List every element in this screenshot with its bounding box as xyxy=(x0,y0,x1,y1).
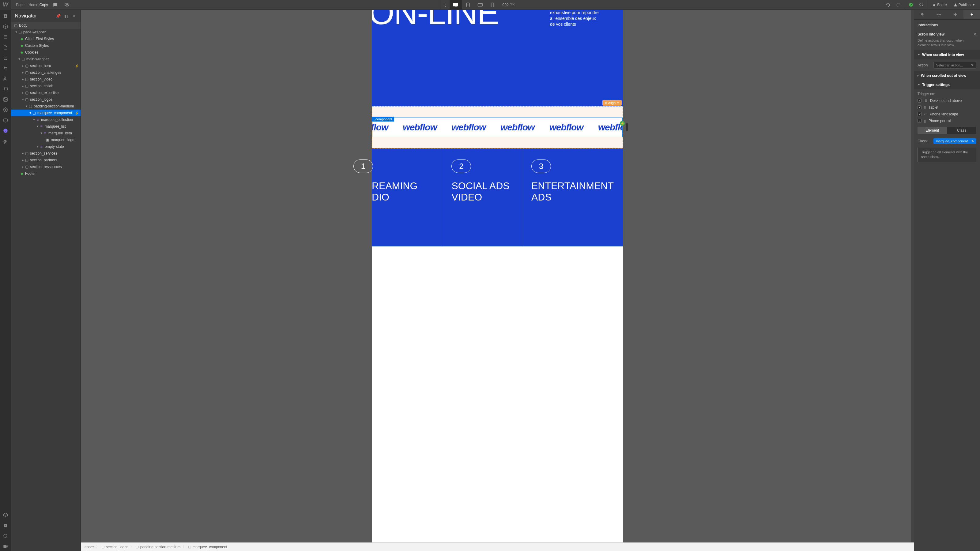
tree-item[interactable]: ◆Footer xyxy=(11,170,81,177)
publish-button[interactable]: Publish ▼ xyxy=(951,2,978,8)
dock-icon[interactable]: ◧ xyxy=(64,14,69,18)
when-scrolled-in-header[interactable]: ▼When scrolled into view xyxy=(914,50,980,59)
comments-icon[interactable] xyxy=(51,1,60,9)
tree-item[interactable]: ▸▢section_expertise xyxy=(11,89,81,96)
trigger-phone-landscape-checkbox[interactable]: ✓▭Phone landscape xyxy=(914,111,980,118)
webflow-logo-icon[interactable]: W xyxy=(0,0,11,10)
class-chip[interactable]: marquee_component⇅ xyxy=(934,138,976,144)
trigger-phone-portrait-checkbox[interactable]: ✓▯Phone portrait xyxy=(914,118,980,124)
tree-item[interactable]: ◆Cookies xyxy=(11,49,81,56)
code-export-icon[interactable] xyxy=(917,1,926,9)
seg-element[interactable]: Element xyxy=(918,127,947,134)
preview-icon[interactable] xyxy=(63,1,72,9)
close-icon[interactable]: ✕ xyxy=(72,14,77,18)
interaction-bolt-icon[interactable]: ⚡ xyxy=(620,121,625,126)
page-name[interactable]: Home Copy xyxy=(29,3,48,7)
canvas-scrollbar[interactable] xyxy=(911,10,914,542)
assets-icon[interactable] xyxy=(1,84,10,94)
redo-icon[interactable] xyxy=(894,1,903,9)
tree-item[interactable]: ▼▢padding-section-medium xyxy=(11,103,81,110)
action-select[interactable]: Select an action...⇅ xyxy=(934,62,976,68)
svg-point-17 xyxy=(5,109,6,111)
tree-item[interactable]: ▼▢section_logos xyxy=(11,96,81,103)
variables-icon[interactable] xyxy=(1,116,10,125)
mobile-device-button[interactable] xyxy=(486,0,499,10)
navigator-icon[interactable] xyxy=(1,32,10,41)
share-button[interactable]: Share xyxy=(930,2,950,8)
style-tab-icon[interactable] xyxy=(914,10,931,19)
tree-item[interactable]: ▸▢section_partners xyxy=(11,157,81,164)
users-icon[interactable] xyxy=(1,74,10,83)
tree-item[interactable]: ▼≡marquee_item xyxy=(11,130,81,137)
trigger-desktop-checkbox[interactable]: ✓🖥Desktop and above xyxy=(914,97,980,104)
breadcrumb-item[interactable]: ▢padding-section-medium xyxy=(132,545,184,549)
tree-item-body[interactable]: ▢Body xyxy=(11,22,81,29)
add-element-icon[interactable] xyxy=(1,12,10,21)
tree-item[interactable]: ▸▢section_challenges xyxy=(11,69,81,76)
marquee-logo-item: webflow xyxy=(452,122,486,133)
marquee-logo-item: webflow xyxy=(500,122,535,133)
video-icon[interactable] xyxy=(1,542,10,551)
marquee-section[interactable]: ≡ Align ▼ _component ⚡ webflow webflow w… xyxy=(372,106,623,148)
undo-icon[interactable] xyxy=(884,1,892,9)
help-icon[interactable] xyxy=(1,511,10,520)
marquee-component[interactable]: webflow webflow webflow webflow webflow … xyxy=(372,118,623,137)
align-badge[interactable]: ≡ Align ▼ xyxy=(602,100,622,106)
selection-tag[interactable]: _component xyxy=(372,117,394,122)
when-scrolled-out-header[interactable]: ▸When scrolled out of view xyxy=(914,71,980,80)
seg-class[interactable]: Class xyxy=(947,127,976,134)
resize-handle[interactable] xyxy=(626,123,628,131)
status-check-icon[interactable] xyxy=(907,1,915,9)
apps-icon[interactable] xyxy=(1,126,10,135)
image-assets-icon[interactable] xyxy=(1,95,10,104)
tree-item[interactable]: ▸▢section_video xyxy=(11,76,81,83)
interactions-tab-icon[interactable] xyxy=(964,10,980,19)
breadcrumb-item[interactable]: ▢marquee_component xyxy=(185,545,231,549)
style-manager-tab-icon[interactable] xyxy=(947,10,964,19)
box-icon[interactable] xyxy=(1,22,10,31)
trigger-tablet-checkbox[interactable]: ✓▯Tablet xyxy=(914,104,980,111)
ecommerce-icon[interactable] xyxy=(1,64,10,73)
tablet-device-button[interactable] xyxy=(462,0,474,10)
landscape-device-button[interactable] xyxy=(474,0,486,10)
settings-icon[interactable] xyxy=(1,105,10,114)
pages-icon[interactable] xyxy=(1,43,10,52)
finsweet-icon[interactable]: {F xyxy=(1,137,10,146)
search-icon[interactable] xyxy=(1,531,10,541)
service-column[interactable]: 3 ENTERTAINMENTADS xyxy=(522,148,623,246)
tree-item[interactable]: ▼≡marquee_list xyxy=(11,123,81,130)
service-title: SOCIAL ADSVIDEO xyxy=(452,180,512,203)
cms-icon[interactable] xyxy=(1,53,10,62)
services-section[interactable]: 1 REAMINGDIO 2 SOCIAL ADSVIDEO 3 ENTERTA… xyxy=(372,148,623,246)
tree-item[interactable]: ▼▢page-wrapper xyxy=(11,29,81,35)
tree-item[interactable]: ▸▢section_services xyxy=(11,150,81,157)
service-number: 2 xyxy=(452,159,471,173)
element-class-toggle[interactable]: Element Class xyxy=(918,127,976,134)
tree-item[interactable]: ▼≡marquee_collection xyxy=(11,116,81,123)
service-column[interactable]: 2 SOCIAL ADSVIDEO xyxy=(442,148,522,246)
tree-item[interactable]: ▣marquee_logo xyxy=(11,137,81,143)
tree-item[interactable]: ▼▢main-wrapper xyxy=(11,56,81,62)
tree-item[interactable]: ▸≡empty-state xyxy=(11,143,81,150)
tree-item[interactable]: ◆Client-First Styles xyxy=(11,35,81,42)
canvas-width-value[interactable]: 992 xyxy=(502,3,509,7)
hero-section[interactable]: ON-LINE exhaustive pour répondre à l'ens… xyxy=(372,10,623,106)
settings-tab-icon[interactable] xyxy=(931,10,947,19)
desktop-device-button[interactable] xyxy=(450,0,462,10)
more-options-icon[interactable]: ⋮ xyxy=(441,1,450,9)
breadcrumb-item[interactable]: ▢section_logos xyxy=(98,545,132,549)
service-column[interactable]: 1 REAMINGDIO xyxy=(347,148,442,246)
audit-icon[interactable] xyxy=(1,521,10,530)
top-bar: W Page: Home Copy ⋮ 9 xyxy=(0,0,980,10)
tree-item[interactable]: ◆Custom Styles xyxy=(11,42,81,49)
interactions-heading: Interactions xyxy=(914,20,980,30)
tree-item[interactable]: ▸▢section_ressources xyxy=(11,164,81,170)
close-trigger-icon[interactable]: ✕ xyxy=(973,32,976,37)
breadcrumb-item[interactable]: apper xyxy=(81,545,98,549)
pin-icon[interactable]: 📌 xyxy=(56,14,61,18)
tree-item[interactable]: ▸▢section_collab xyxy=(11,83,81,89)
design-canvas[interactable]: ON-LINE exhaustive pour répondre à l'ens… xyxy=(372,10,623,542)
trigger-settings-header[interactable]: ▼Trigger settings xyxy=(914,80,980,89)
tree-item[interactable]: ▸▢section_hero⚡ xyxy=(11,62,81,69)
tree-item-selected[interactable]: ▼▢marquee_component⚡ xyxy=(11,110,81,116)
